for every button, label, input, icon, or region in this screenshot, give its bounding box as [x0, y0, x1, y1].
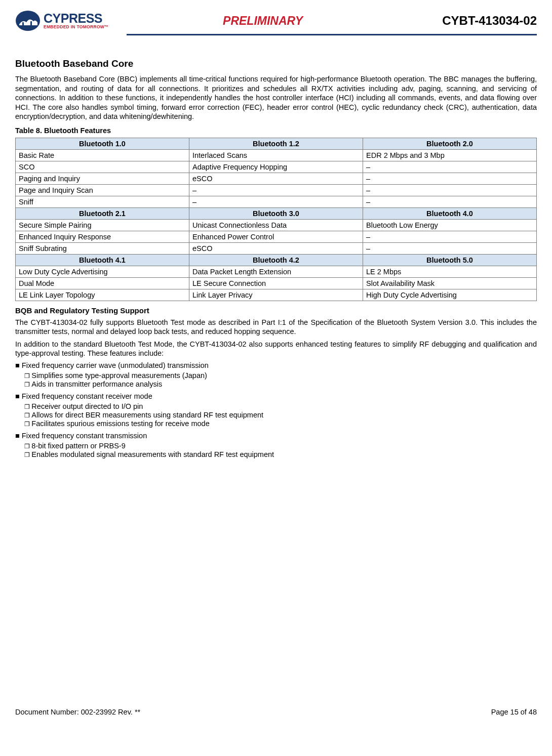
page-header: CYPRESS EMBEDDED IN TOMORROW™ PRELIMINAR… — [15, 10, 537, 32]
intro-paragraph: The Bluetooth Baseband Core (BBC) implem… — [15, 74, 537, 121]
table-cell: – — [363, 161, 537, 173]
table-header: Bluetooth 2.0 — [363, 138, 537, 149]
table-cell: Sniff — [16, 196, 189, 207]
sub-list-item: Aids in transmitter performance analysis — [24, 380, 537, 388]
sub-list-item: 8-bit fixed pattern or PRBS-9 — [24, 442, 537, 450]
table-cell: LE 2 Mbps — [363, 266, 537, 277]
preliminary-label: PRELIMINARY — [84, 14, 442, 28]
table-cell: SCO — [16, 161, 189, 173]
table-cell: Paging and Inquiry — [16, 173, 189, 184]
table-header: Bluetooth 3.0 — [189, 207, 363, 219]
table-cell: – — [189, 184, 363, 196]
svg-rect-1 — [22, 22, 24, 25]
page-footer: Document Number: 002-23992 Rev. ** Page … — [15, 708, 537, 716]
table-cell: – — [363, 231, 537, 242]
table-cell: – — [363, 242, 537, 254]
table-cell: – — [189, 196, 363, 207]
sub-list-item: Enables modulated signal measurements wi… — [24, 450, 537, 458]
subsection-heading: BQB and Regulatory Testing Support — [15, 306, 537, 315]
table-cell: Slot Availability Mask — [363, 277, 537, 289]
table-cell: Enhanced Power Control — [189, 231, 363, 242]
sub-list-item: Receiver output directed to I/O pin — [24, 402, 537, 410]
document-number: Document Number: 002-23992 Rev. ** — [15, 708, 140, 716]
table-cell: eSCO — [189, 242, 363, 254]
table-cell: Page and Inquiry Scan — [16, 184, 189, 196]
sub-list-item: Allows for direct BER measurements using… — [24, 411, 537, 419]
bluetooth-features-table: Bluetooth 1.0Bluetooth 1.2Bluetooth 2.0B… — [15, 138, 537, 301]
part-number: CYBT-413034-02 — [442, 14, 537, 28]
table-cell: Unicast Connectionless Data — [189, 219, 363, 231]
list-item: Fixed frequency constant receiver mode — [15, 392, 537, 400]
list-item: Fixed frequency carrier wave (unmodulate… — [15, 361, 537, 369]
table-cell: LE Link Layer Topology — [16, 289, 189, 301]
table-header: Bluetooth 5.0 — [363, 254, 537, 266]
table-cell: Bluetooth Low Energy — [363, 219, 537, 231]
table-cell: Sniff Subrating — [16, 242, 189, 254]
table-cell: – — [363, 184, 537, 196]
table-header: Bluetooth 1.0 — [16, 138, 189, 149]
list-item: Fixed frequency constant transmission — [15, 432, 537, 440]
sub-paragraph-1: The CYBT-413034-02 fully supports Blueto… — [15, 318, 537, 337]
table-cell: Data Packet Length Extension — [189, 266, 363, 277]
table-cell: Enhanced Inquiry Response — [16, 231, 189, 242]
table-cell: EDR 2 Mbps and 3 Mbp — [363, 149, 537, 161]
table-header: Bluetooth 1.2 — [189, 138, 363, 149]
table-cell: LE Secure Connection — [189, 277, 363, 289]
table-header: Bluetooth 4.2 — [189, 254, 363, 266]
header-rule — [15, 33, 537, 35]
table-cell: – — [363, 173, 537, 184]
table-header: Bluetooth 4.1 — [16, 254, 189, 266]
table-cell: Low Duty Cycle Advertising — [16, 266, 189, 277]
sub-list-item: Simplifies some type-approval measuremen… — [24, 371, 537, 380]
table-cell: eSCO — [189, 173, 363, 184]
table-cell: Secure Simple Pairing — [16, 219, 189, 231]
table-cell: High Duty Cycle Advertising — [363, 289, 537, 301]
page-number: Page 15 of 48 — [491, 708, 537, 716]
sub-list-item: Facilitates spurious emissions testing f… — [24, 419, 537, 428]
sub-paragraph-2: In addition to the standard Bluetooth Te… — [15, 340, 537, 358]
cypress-logo-icon — [15, 10, 41, 31]
table-cell: – — [363, 196, 537, 207]
table-caption: Table 8. Bluetooth Features — [15, 127, 537, 135]
table-cell: Dual Mode — [16, 277, 189, 289]
table-header: Bluetooth 4.0 — [363, 207, 537, 219]
svg-rect-2 — [30, 21, 32, 25]
table-cell: Adaptive Frequency Hopping — [189, 161, 363, 173]
table-cell: Basic Rate — [16, 149, 189, 161]
feature-list: Fixed frequency carrier wave (unmodulate… — [15, 361, 537, 458]
table-cell: Interlaced Scans — [189, 149, 363, 161]
table-header: Bluetooth 2.1 — [16, 207, 189, 219]
table-cell: Link Layer Privacy — [189, 289, 363, 301]
section-heading: Bluetooth Baseband Core — [15, 58, 537, 69]
